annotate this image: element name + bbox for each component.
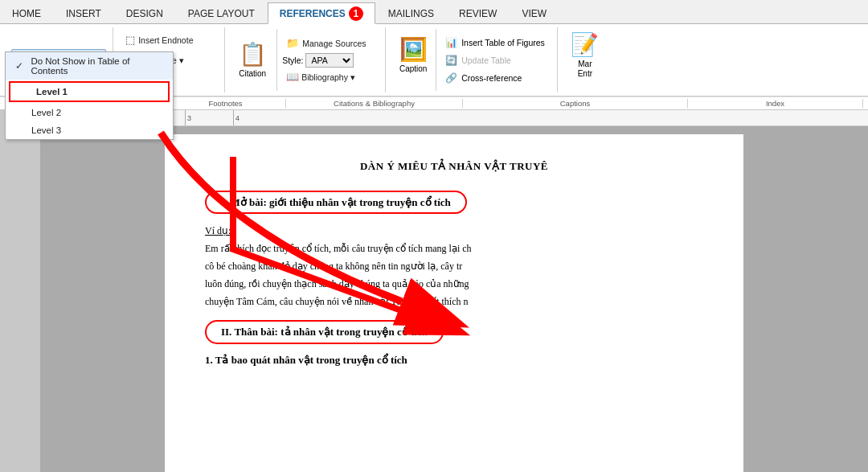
vdivider2 [436, 29, 436, 91]
manage-sources-icon: 📁 [286, 37, 299, 49]
tab-home[interactable]: HOME [0, 2, 53, 23]
heading2-container: II. Thân bài: tả nhân vật trong truyện c… [205, 315, 703, 349]
citation-icon: 📋 [239, 41, 267, 68]
toc-group: 📄 Add Text 2 ▼ ✓ Do Not Show in Table of… [5, 27, 113, 92]
cross-reference-button[interactable]: 🔗 Cross-reference [440, 70, 551, 86]
tab-number-badge: 1 [349, 6, 363, 21]
index-group: 📝 Mar Entr [559, 27, 611, 92]
dropdown-level2[interactable]: Level 2 [6, 104, 173, 121]
vi-du: Ví dụ: [205, 224, 703, 238]
style-label: Style: [282, 55, 303, 65]
manage-sources-button[interactable]: 📁 Manage Sources [282, 35, 379, 52]
table-figures-icon: 📊 [445, 37, 457, 48]
citation-insert-area: 📋 Citation 📁 Manage Sources Style: APA M… [233, 27, 379, 92]
mar-entr-label: Mar Entr [570, 60, 600, 79]
tab-bar: HOME INSERT DESIGN PAGE LAYOUT REFERENCE… [0, 0, 868, 24]
captions-section-label: Captions [463, 99, 688, 108]
add-text-dropdown: ✓ Do Not Show in Table of Contents Level… [5, 51, 174, 140]
insert-table-of-figures-label: Insert Table of Figures [461, 38, 545, 47]
tab-review[interactable]: REVIEW [447, 2, 509, 23]
level2-label: Level 2 [31, 108, 61, 117]
mark-entry-icon: 📝 [571, 31, 599, 58]
ribbon-toolbar: 📄 Add Text 2 ▼ ✓ Do Not Show in Table of… [0, 24, 868, 96]
citation-label: Citation [239, 69, 266, 79]
doc-heading2: II. Thân bài: tả nhân vật trong truyện c… [205, 320, 444, 344]
captions-right-stack: 📊 Insert Table of Figures 🔄 Update Table… [440, 27, 551, 92]
doc-sidebar [0, 110, 40, 472]
dropdown-level1[interactable]: Level 1 [9, 81, 170, 102]
tab-page-layout[interactable]: PAGE LAYOUT [176, 2, 267, 23]
level3-label: Level 3 [31, 125, 61, 135]
insert-table-of-figures-button[interactable]: 📊 Insert Table of Figures [440, 35, 551, 51]
tab-mailings[interactable]: MAILINGS [376, 2, 446, 23]
body-text-2: cô bé choàng khăn đỏ dạy chúng ta không … [205, 259, 703, 273]
captions-group: 🖼️ Caption 📊 Insert Table of Figures 🔄 U… [387, 27, 558, 92]
level1-label: Level 1 [36, 87, 68, 96]
check-icon: ✓ [15, 60, 26, 72]
doc-page: DÀN Ý MIÊU TẢ NHÂN VẬT TRUYÊ I. Mở bài: … [40, 126, 868, 472]
biblio-icon: 📖 [286, 71, 299, 83]
doc-heading1: I. Mở bài: giới thiệu nhân vật trong tru… [205, 191, 467, 215]
update-table-button[interactable]: 🔄 Update Table [440, 52, 551, 68]
tab-insert[interactable]: INSERT [54, 2, 113, 23]
body-text-3: luôn đúng, rồi chuyện thạch sanh dạy chú… [205, 277, 703, 291]
body-text-4: chuyện Tâm Cám, câu chuyện nói về nhân v… [205, 294, 703, 309]
manage-sources-label: Manage Sources [302, 39, 366, 48]
update-table-label: Update Table [461, 55, 511, 65]
vdivider1 [276, 29, 277, 91]
caption-label: Caption [399, 64, 427, 74]
heading1-container: I. Mở bài: giới thiệu nhân vật trong tru… [205, 186, 703, 220]
mark-entry-button[interactable]: 📝 Mar Entr [566, 27, 604, 82]
footnotes-section-label: Footnotes [166, 99, 286, 108]
insert-caption-button[interactable]: 🖼️ Caption [394, 27, 432, 82]
cross-ref-icon: 🔗 [445, 72, 457, 84]
dropdown-level3[interactable]: Level 3 [6, 121, 173, 139]
body-text-1: Em rất thích đọc truyện cổ tích, mỗi câu… [205, 241, 703, 256]
bibliography-button[interactable]: 📖 Bibliography ▾ [282, 68, 379, 86]
insert-endnote-label: Insert Endnote [138, 35, 193, 45]
caption-icon: 🖼️ [399, 36, 428, 63]
cross-reference-label: Cross-reference [461, 73, 522, 83]
dropdown-do-not-show[interactable]: ✓ Do Not Show in Table of Contents [6, 52, 173, 80]
citations-group: 📋 Citation 📁 Manage Sources Style: APA M… [227, 27, 386, 92]
page-content[interactable]: DÀN Ý MIÊU TẢ NHÂN VẬT TRUYÊ I. Mở bài: … [165, 134, 743, 472]
citations-stack: 📁 Manage Sources Style: APA MLA Chicago … [282, 35, 379, 86]
doc-container: ⏳ 1 2 3 4 DÀN Ý MIÊU TẢ NHÂN VẬT TRUYÊ I… [40, 110, 868, 472]
bibliography-label: Bibliography ▾ [301, 72, 355, 82]
doc-area: ⏳ 1 2 3 4 DÀN Ý MIÊU TẢ NHÂN VẬT TRUYÊ I… [0, 110, 868, 472]
tab-view[interactable]: VIEW [510, 2, 559, 23]
style-select[interactable]: APA MLA Chicago [305, 53, 354, 68]
tab-design[interactable]: DESIGN [114, 2, 175, 23]
index-section-label: Index [688, 99, 863, 108]
update-table-icon: 🔄 [445, 55, 457, 66]
citations-section-label: Citations & Bibliography [286, 99, 463, 108]
doc-heading3: 1. Tả bao quát nhân vật trong truyện cổ … [205, 352, 703, 368]
insert-endnote-button[interactable]: ⬚ Insert Endnote [121, 31, 218, 49]
style-row: Style: APA MLA Chicago [282, 53, 379, 68]
endnote-icon: ⬚ [125, 34, 135, 46]
insert-citation-button[interactable]: 📋 Citation [233, 33, 272, 88]
tab-references[interactable]: REFERENCES 1 [268, 2, 375, 24]
doc-title: DÀN Ý MIÊU TẢ NHÂN VẬT TRUYÊ [205, 158, 703, 174]
